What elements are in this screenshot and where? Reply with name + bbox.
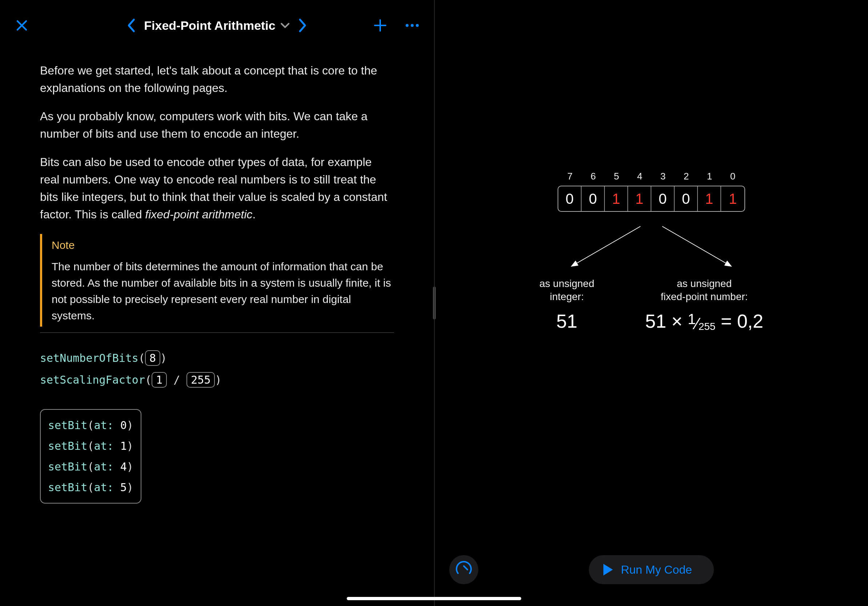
bit-cell: 1 (628, 186, 651, 211)
speedometer-icon (455, 561, 473, 578)
integer-value: 51 (556, 310, 578, 332)
note-body: The number of bits determines the amount… (52, 258, 394, 324)
visualization: 7 6 5 4 3 2 1 0 0 0 1 1 0 0 1 1 (435, 171, 868, 332)
bit-cell: 1 (605, 186, 628, 211)
fixedpoint-value: 51 × 1⁄255 = 0,2 (645, 310, 763, 332)
divider (40, 332, 394, 333)
chevron-left-icon (127, 18, 136, 33)
code-area[interactable]: setNumberOfBits(8) setScalingFactor(1 / … (40, 347, 394, 504)
setbit-line-0[interactable]: setBit(at: 0) (48, 415, 133, 436)
setbit-line-3[interactable]: setBit(at: 5) (48, 477, 133, 498)
chevron-right-icon (298, 18, 307, 33)
fixedpoint-interpretation: as unsigned fixed-point number: 51 × 1⁄2… (645, 277, 763, 332)
bit-index: 1 (698, 171, 721, 182)
play-icon (603, 564, 613, 575)
arrows-diagram (539, 223, 764, 274)
next-page-button[interactable] (298, 18, 307, 33)
code-line-setnumberofbits[interactable]: setNumberOfBits(8) (40, 347, 394, 369)
svg-line-4 (571, 226, 640, 266)
bit-cell: 0 (674, 186, 698, 211)
intro-paragraph-1: Before we get started, let's talk about … (40, 62, 394, 97)
note-callout: Note The number of bits determines the a… (40, 234, 394, 327)
execution-speed-button[interactable] (449, 555, 478, 584)
bit-index: 6 (581, 171, 605, 182)
bit-index: 5 (605, 171, 628, 182)
svg-line-6 (464, 566, 467, 570)
x-icon (14, 18, 29, 33)
add-button[interactable] (374, 19, 387, 32)
scale-den-placeholder[interactable]: 255 (186, 372, 215, 388)
intro-paragraph-2: As you probably know, computers work wit… (40, 108, 394, 142)
svg-point-1 (411, 24, 414, 27)
home-indicator[interactable] (347, 597, 521, 600)
page-title: Fixed-Point Arithmetic (144, 19, 275, 33)
close-button[interactable] (14, 18, 29, 33)
more-button[interactable] (405, 23, 420, 28)
run-code-button[interactable]: Run My Code (589, 555, 714, 584)
integer-interpretation: as unsigned integer: 51 (539, 277, 594, 332)
svg-line-5 (662, 226, 731, 266)
bit-index: 3 (651, 171, 674, 182)
run-code-label: Run My Code (621, 563, 692, 577)
chevron-down-icon (281, 22, 290, 29)
editable-code-block[interactable]: setBit(at: 0) setBit(at: 1) setBit(at: 4… (40, 409, 141, 504)
bit-cell: 0 (581, 186, 605, 211)
scale-num-placeholder[interactable]: 1 (152, 372, 167, 388)
bit-index: 4 (628, 171, 651, 182)
intro-paragraph-3: Bits can also be used to encode other ty… (40, 153, 394, 223)
bit-cell: 0 (558, 186, 581, 211)
bit-row: 0 0 1 1 0 0 1 1 (558, 186, 745, 212)
note-title: Note (52, 237, 394, 253)
setbit-line-2[interactable]: setBit(at: 4) (48, 456, 133, 477)
bit-index: 7 (558, 171, 581, 182)
ellipsis-icon (405, 23, 420, 28)
bit-indices: 7 6 5 4 3 2 1 0 (558, 171, 744, 182)
svg-point-0 (406, 24, 409, 27)
bit-cell: 0 (651, 186, 674, 211)
bit-index: 2 (674, 171, 698, 182)
svg-point-2 (416, 24, 419, 27)
bits-placeholder[interactable]: 8 (145, 350, 160, 366)
bit-index: 0 (721, 171, 744, 182)
bit-cell: 1 (721, 186, 744, 211)
plus-icon (374, 19, 387, 32)
prev-page-button[interactable] (127, 18, 136, 33)
bit-cell: 1 (698, 186, 721, 211)
code-line-setscalingfactor[interactable]: setScalingFactor(1 / 255) (40, 369, 394, 391)
page-title-dropdown[interactable]: Fixed-Point Arithmetic (144, 19, 290, 33)
setbit-line-1[interactable]: setBit(at: 1) (48, 436, 133, 456)
